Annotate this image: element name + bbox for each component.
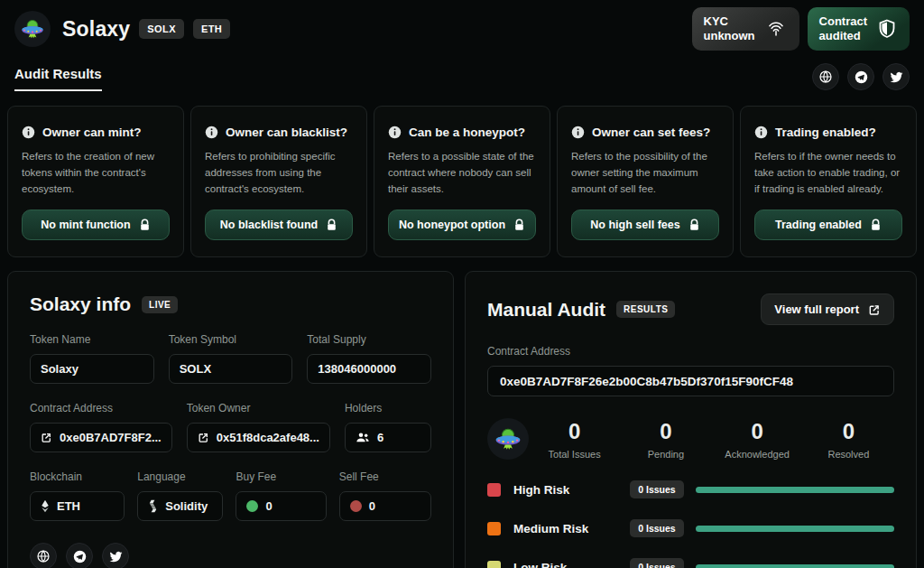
card-result-badge: No mint function	[22, 210, 170, 240]
twitter-icon	[109, 550, 123, 563]
telegram-icon	[854, 70, 869, 85]
card-title: Owner can mint?	[42, 126, 142, 139]
field-label: Token Name	[30, 333, 154, 346]
field-value: 6	[377, 431, 383, 444]
field-sell-fee: Sell Fee 0	[339, 470, 431, 521]
tab-audit-results[interactable]: Audit Results	[14, 66, 102, 91]
info-icon	[22, 126, 35, 139]
card-description: Refers to prohibiting specific addresses…	[205, 149, 353, 197]
holders-icon	[356, 432, 370, 443]
risk-label: High Risk	[513, 483, 618, 497]
risk-progress-bar	[696, 487, 894, 493]
field-value: 138046000000	[318, 362, 396, 376]
field-value: 0	[369, 499, 375, 513]
contract-audited-button[interactable]: Contract audited	[808, 7, 910, 51]
field-language: Language Solidity	[137, 470, 223, 521]
field-contract-address: Contract Address 0xe0B7AD7F8F2...	[30, 402, 172, 452]
stat-acknowledged: 0 Acknowledged	[712, 419, 803, 460]
field-holders: Holders 6	[345, 402, 431, 452]
audited-line1: Contract	[819, 14, 867, 29]
view-full-report-button[interactable]: View full report	[761, 293, 894, 325]
token-owner-link[interactable]: 0x51f8dca2afe48...	[187, 423, 330, 452]
card-description: Refers to the creation of new tokens wit…	[22, 149, 170, 197]
page-title: Solaxy	[62, 17, 130, 42]
manual-audit-panel: Manual Audit RESULTS View full report Co…	[465, 271, 917, 568]
total-supply-value: 138046000000	[307, 354, 431, 384]
medium-risk-swatch	[487, 522, 501, 535]
live-badge: LIVE	[142, 296, 178, 313]
twitter-link[interactable]	[102, 543, 129, 568]
card-result-label: No mint function	[41, 219, 130, 231]
low-risk-swatch	[487, 561, 501, 568]
card-title: Owner can set fees?	[592, 126, 710, 139]
kyc-line1: KYC	[704, 14, 755, 29]
website-link[interactable]	[812, 63, 839, 90]
field-token-owner: Token Owner 0x51f8dca2afe48...	[187, 402, 330, 452]
risk-progress-bar	[696, 526, 894, 532]
ufo-logo-icon	[19, 15, 46, 42]
card-description: Refers to if the owner needs to take act…	[754, 149, 902, 197]
audit-contract-address-value: 0xe0B7AD7F8F26e2b00C8b47b5Df370f15F90fCF…	[487, 366, 894, 396]
solidity-icon	[148, 499, 158, 513]
card-result-badge: No high sell fees	[571, 210, 719, 240]
card-result-badge: No honeypot option	[388, 210, 536, 240]
risk-progress-bar	[696, 564, 894, 568]
kyc-line2: unknown	[704, 29, 755, 43]
card-result-label: No high sell fees	[590, 219, 679, 231]
field-label: Token Symbol	[169, 333, 293, 346]
field-value: ETH	[57, 499, 80, 513]
stat-value: 0	[803, 419, 894, 444]
stat-resolved: 0 Resolved	[803, 419, 894, 460]
manual-audit-title: Manual Audit	[487, 299, 605, 321]
token-name-value: Solaxy	[30, 354, 154, 384]
card-owner-can-set-fees: Owner can set fees? Refers to the possib…	[557, 106, 734, 257]
stat-label: Pending	[620, 449, 711, 460]
field-label: Contract Address	[30, 402, 172, 414]
stat-value: 0	[529, 419, 620, 444]
field-blockchain: Blockchain ETH	[30, 470, 125, 521]
field-total-supply: Total Supply 138046000000	[307, 333, 431, 384]
card-result-badge: Trading enabled	[754, 210, 902, 240]
field-token-symbol: Token Symbol SOLX	[169, 333, 293, 384]
contract-address-link[interactable]: 0xe0B7AD7F8F2...	[30, 423, 172, 452]
card-result-badge: No blacklist found	[205, 210, 353, 240]
risk-row-medium: Medium Risk 0 Issues	[487, 519, 894, 537]
risk-label: Low Risk	[513, 561, 618, 568]
field-value: SOLX	[180, 362, 211, 376]
field-value: 0	[265, 499, 272, 513]
stat-pending: 0 Pending	[620, 419, 711, 460]
twitter-link[interactable]	[882, 63, 910, 90]
stat-label: Resolved	[803, 449, 894, 460]
website-link[interactable]	[30, 543, 57, 568]
card-title: Owner can blacklist?	[226, 126, 347, 139]
telegram-link[interactable]	[66, 543, 93, 568]
telegram-link[interactable]	[847, 63, 874, 90]
high-risk-swatch	[487, 483, 501, 497]
info-icon	[205, 126, 218, 139]
field-buy-fee: Buy Fee 0	[236, 470, 326, 521]
language-value: Solidity	[137, 491, 223, 521]
stat-label: Total Issues	[529, 449, 620, 460]
sell-fee-dot	[350, 500, 362, 512]
card-result-label: Trading enabled	[775, 219, 862, 231]
field-value: 0xe0B7AD7F8F26e2b00C8b47b5Df370f15F90fCF…	[500, 375, 793, 388]
field-label: Token Owner	[187, 402, 330, 414]
kyc-status-button[interactable]: KYC unknown	[692, 7, 799, 51]
twitter-icon	[890, 70, 903, 84]
token-symbol-value: SOLX	[169, 354, 293, 384]
audit-contract-address-label: Contract Address	[487, 345, 894, 358]
field-label: Total Supply	[307, 333, 431, 346]
audit-stats-row: 0 Total Issues 0 Pending 0 Acknowledged …	[487, 418, 894, 460]
header: Solaxy SOLX ETH KYC unknown	[0, 0, 924, 49]
blockchain-value: ETH	[30, 491, 125, 521]
field-value: Solidity	[165, 499, 208, 513]
lock-icon	[870, 219, 882, 231]
issues-badge: 0 Issues	[630, 558, 684, 568]
info-icon	[388, 126, 402, 139]
issues-badge: 0 Issues	[630, 480, 684, 498]
view-full-report-label: View full report	[774, 303, 859, 316]
project-logo-small	[487, 418, 529, 460]
field-value: 0x51f8dca2afe48...	[217, 431, 319, 444]
card-trading-enabled: Trading enabled? Refers to if the owner …	[740, 106, 917, 257]
stat-total-issues: 0 Total Issues	[529, 419, 620, 460]
